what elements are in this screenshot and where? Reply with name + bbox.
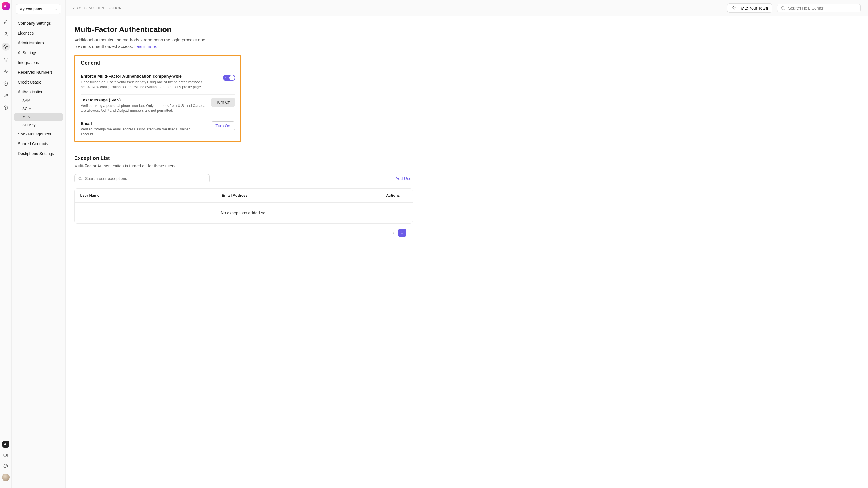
svg-point-3	[6, 61, 7, 61]
invite-label: Invite Your Team	[738, 6, 768, 10]
help-search[interactable]	[777, 4, 861, 12]
col-actions: Actions	[381, 189, 412, 202]
svg-point-8	[782, 7, 784, 9]
svg-point-2	[5, 61, 5, 61]
sms-title: Text Message (SMS)	[81, 98, 206, 102]
enforce-desc: Once turned on, users verify their ident…	[81, 80, 208, 90]
chevron-down-icon: ⌄	[54, 7, 58, 11]
brand-logo[interactable]: Ai	[2, 2, 9, 10]
video-icon[interactable]	[2, 452, 9, 459]
add-user-link[interactable]: Add User	[396, 176, 413, 181]
page-title: Multi-Factor Authentication	[74, 25, 413, 34]
page-current[interactable]: 1	[398, 229, 406, 237]
general-heading: General	[81, 60, 235, 66]
page-prev[interactable]: ‹	[391, 229, 395, 237]
col-user-name: User Name	[74, 189, 217, 202]
col-email: Email Address	[217, 189, 381, 202]
check-icon: ✓	[225, 76, 227, 80]
search-icon	[781, 6, 785, 10]
package-icon[interactable]	[2, 104, 9, 111]
page-description: Additional authentication methods streng…	[74, 37, 213, 50]
sidebar-sub-api-keys[interactable]: API Keys	[14, 121, 63, 129]
svg-point-7	[733, 7, 734, 8]
sms-turn-off-button[interactable]: Turn Off	[211, 98, 235, 107]
breadcrumb: ADMIN / AUTHENTICATION	[73, 6, 122, 10]
sidebar-sub-mfa[interactable]: MFA	[14, 113, 63, 121]
avatar[interactable]	[2, 474, 9, 481]
company-name: My company	[19, 7, 42, 11]
setting-sms: Text Message (SMS) Verified using a pers…	[81, 95, 235, 118]
help-search-input[interactable]	[788, 6, 857, 10]
enforce-title: Enforce Multi-Factor Authentication comp…	[81, 74, 217, 79]
sidebar: My company ⌄ Company Settings Licenses A…	[11, 0, 66, 488]
exception-search[interactable]	[74, 174, 210, 183]
invite-team-button[interactable]: Invite Your Team	[727, 3, 772, 13]
svg-rect-4	[4, 454, 6, 456]
general-card: General Enforce Multi-Factor Authenticat…	[74, 55, 241, 142]
table-empty-state: No exceptions added yet	[74, 203, 412, 223]
exception-table: User Name Email Address Actions No excep…	[74, 188, 413, 223]
company-selector[interactable]: My company ⌄	[16, 4, 61, 14]
sidebar-item-company-settings[interactable]: Company Settings	[14, 19, 63, 28]
email-turn-on-button[interactable]: Turn On	[211, 121, 235, 130]
page-next[interactable]: ›	[409, 229, 413, 237]
sidebar-item-ai-settings[interactable]: Ai Settings	[14, 48, 63, 58]
rocket-icon[interactable]	[2, 19, 9, 25]
svg-point-9	[79, 177, 81, 180]
history-icon[interactable]	[2, 80, 9, 87]
topbar: ADMIN / AUTHENTICATION Invite Your Team	[66, 0, 868, 17]
user-plus-icon	[732, 6, 736, 10]
icon-rail: Ai Ai	[0, 0, 11, 488]
sidebar-item-administrators[interactable]: Administrators	[14, 38, 63, 48]
exception-heading: Exception List	[74, 155, 413, 161]
email-desc: Verified through the email address assoc…	[81, 127, 205, 137]
exception-description: Multi-Factor Authentication is turned of…	[74, 164, 413, 168]
pagination: ‹ 1 ›	[74, 229, 413, 237]
user-icon[interactable]	[2, 31, 9, 37]
svg-point-1	[5, 46, 6, 48]
sidebar-item-licenses[interactable]: Licenses	[14, 28, 63, 38]
sidebar-item-deskphone-settings[interactable]: Deskphone Settings	[14, 149, 63, 158]
brand-initial: Ai	[4, 4, 7, 8]
setting-email: Email Verified through the email address…	[81, 118, 235, 139]
sidebar-item-authentication[interactable]: Authentication	[14, 87, 63, 97]
sidebar-item-sms-management[interactable]: SMS Management	[14, 129, 63, 139]
trending-icon[interactable]	[2, 92, 9, 99]
main: ADMIN / AUTHENTICATION Invite Your Team …	[66, 0, 868, 488]
sms-desc: Verified using a personal phone number. …	[81, 103, 206, 114]
help-icon[interactable]	[2, 463, 9, 469]
setting-enforce-mfa: Enforce Multi-Factor Authentication comp…	[81, 71, 235, 95]
sidebar-item-reserved-numbers[interactable]: Reserved Numbers	[14, 67, 63, 77]
table-header: User Name Email Address Actions	[74, 189, 412, 203]
email-title: Email	[81, 121, 205, 126]
svg-point-0	[5, 32, 7, 34]
sidebar-sub-scim[interactable]: SCIM	[14, 105, 63, 113]
sidebar-item-integrations[interactable]: Integrations	[14, 58, 63, 67]
toggle-knob	[229, 75, 235, 80]
enforce-toggle[interactable]: ✓	[223, 74, 235, 81]
sidebar-item-shared-contacts[interactable]: Shared Contacts	[14, 139, 63, 149]
activity-icon[interactable]	[2, 68, 9, 75]
search-icon	[78, 177, 82, 181]
cart-icon[interactable]	[2, 56, 9, 63]
sidebar-sub-saml[interactable]: SAML	[14, 97, 63, 105]
learn-more-link[interactable]: Learn more.	[134, 44, 158, 49]
exception-search-input[interactable]	[85, 176, 206, 181]
gear-icon[interactable]	[2, 43, 10, 51]
sidebar-item-credit-usage[interactable]: Credit Usage	[14, 77, 63, 87]
app-square-icon[interactable]: Ai	[2, 441, 9, 448]
